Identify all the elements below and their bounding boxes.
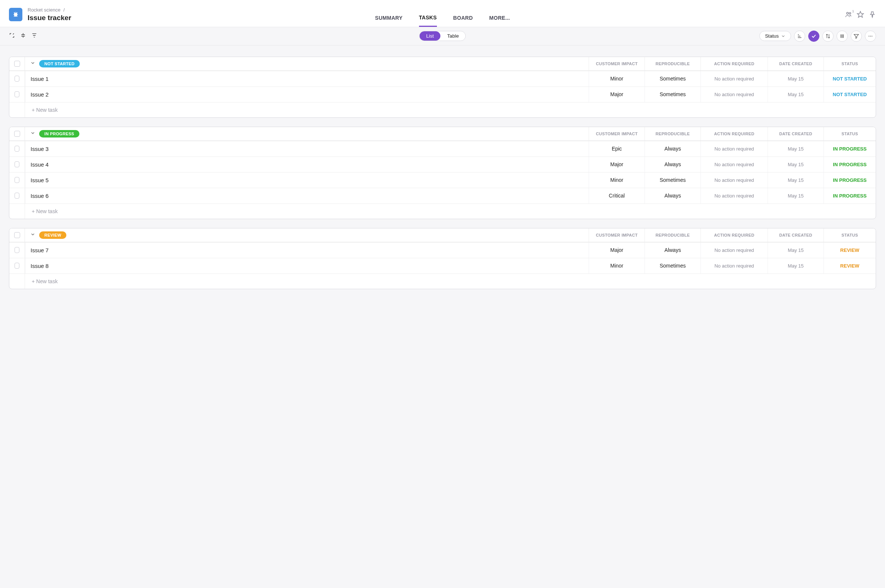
cell-status[interactable]: REVIEW — [823, 243, 876, 258]
row-checkbox[interactable] — [15, 177, 20, 183]
cell-customer-impact[interactable]: Minor — [589, 258, 645, 273]
row-checkbox[interactable] — [15, 76, 20, 82]
view-table[interactable]: Table — [441, 31, 466, 40]
cell-date-created[interactable]: May 15 — [768, 243, 823, 258]
task-row[interactable]: Issue 3EpicAlwaysNo action requiredMay 1… — [9, 141, 876, 156]
cell-reproducible[interactable]: Sometimes — [645, 87, 700, 102]
column-header[interactable]: CUSTOMER IMPACT — [589, 57, 645, 70]
column-header[interactable]: STATUS — [823, 127, 876, 141]
column-header[interactable]: REPRODUCIBLE — [645, 228, 700, 242]
cell-action-required[interactable]: No action required — [700, 172, 768, 188]
status-filter[interactable]: Status — [759, 31, 791, 41]
column-header[interactable]: STATUS — [823, 57, 876, 70]
column-header[interactable]: STATUS — [823, 228, 876, 242]
cell-customer-impact[interactable]: Major — [589, 157, 645, 172]
cell-customer-impact[interactable]: Epic — [589, 141, 645, 156]
group-select-checkbox[interactable] — [14, 131, 20, 137]
cell-status[interactable]: NOT STARTED — [823, 71, 876, 87]
cell-reproducible[interactable]: Always — [645, 243, 700, 258]
cell-reproducible[interactable]: Always — [645, 188, 700, 204]
task-name[interactable]: Issue 2 — [25, 87, 589, 102]
row-checkbox[interactable] — [15, 146, 20, 152]
cell-customer-impact[interactable]: Critical — [589, 188, 645, 204]
task-row[interactable]: Issue 7MajorAlwaysNo action requiredMay … — [9, 242, 876, 258]
column-header[interactable]: DATE CREATED — [768, 57, 823, 70]
task-row[interactable]: Issue 5MinorSometimesNo action requiredM… — [9, 172, 876, 188]
column-header[interactable]: ACTION REQUIRED — [700, 127, 768, 141]
task-name[interactable]: Issue 5 — [25, 172, 589, 188]
column-header[interactable]: CUSTOMER IMPACT — [589, 228, 645, 242]
cell-date-created[interactable]: May 15 — [768, 87, 823, 102]
column-header[interactable]: ACTION REQUIRED — [700, 57, 768, 70]
sort-button[interactable] — [822, 30, 834, 42]
task-row[interactable]: Issue 6CriticalAlwaysNo action requiredM… — [9, 188, 876, 204]
new-task-button[interactable]: + New task — [25, 274, 876, 289]
row-checkbox[interactable] — [15, 193, 20, 199]
checklist-button[interactable] — [808, 30, 819, 42]
group-collapse-toggle[interactable] — [30, 60, 35, 67]
row-checkbox[interactable] — [15, 247, 20, 253]
group-status-pill[interactable]: REVIEW — [39, 231, 66, 239]
column-header[interactable]: CUSTOMER IMPACT — [589, 127, 645, 141]
cell-status[interactable]: NOT STARTED — [823, 87, 876, 102]
cell-action-required[interactable]: No action required — [700, 188, 768, 204]
fullscreen-button[interactable] — [9, 32, 15, 39]
cell-customer-impact[interactable]: Minor — [589, 172, 645, 188]
task-name[interactable]: Issue 1 — [25, 71, 589, 87]
group-collapse-toggle[interactable] — [30, 232, 35, 238]
task-row[interactable]: Issue 4MajorAlwaysNo action requiredMay … — [9, 156, 876, 172]
row-checkbox[interactable] — [15, 91, 20, 97]
subtasks-button[interactable] — [794, 30, 805, 42]
row-checkbox[interactable] — [15, 161, 20, 167]
cell-date-created[interactable]: May 15 — [768, 172, 823, 188]
favorite-button[interactable] — [856, 11, 864, 18]
cell-date-created[interactable]: May 15 — [768, 71, 823, 87]
collapse-groups-button[interactable] — [20, 32, 26, 39]
task-name[interactable]: Issue 7 — [25, 243, 589, 258]
filter-button[interactable] — [851, 30, 862, 42]
tab-more[interactable]: MORE... — [489, 12, 510, 26]
column-header[interactable]: DATE CREATED — [768, 228, 823, 242]
column-header[interactable]: DATE CREATED — [768, 127, 823, 141]
cell-action-required[interactable]: No action required — [700, 157, 768, 172]
task-name[interactable]: Issue 8 — [25, 258, 589, 273]
row-checkbox[interactable] — [15, 263, 20, 268]
group-collapse-toggle[interactable] — [30, 130, 35, 137]
cell-status[interactable]: IN PROGRESS — [823, 157, 876, 172]
cell-reproducible[interactable]: Always — [645, 157, 700, 172]
group-status-pill[interactable]: NOT STARTED — [39, 60, 80, 68]
cell-action-required[interactable]: No action required — [700, 87, 768, 102]
cell-status[interactable]: IN PROGRESS — [823, 172, 876, 188]
cell-status[interactable]: IN PROGRESS — [823, 141, 876, 156]
group-status-pill[interactable]: IN PROGRESS — [39, 130, 80, 138]
cell-reproducible[interactable]: Always — [645, 141, 700, 156]
cell-date-created[interactable]: May 15 — [768, 188, 823, 204]
cell-reproducible[interactable]: Sometimes — [645, 258, 700, 273]
task-row[interactable]: Issue 1MinorSometimesNo action requiredM… — [9, 71, 876, 87]
column-header[interactable]: REPRODUCIBLE — [645, 57, 700, 70]
tab-tasks[interactable]: TASKS — [419, 12, 437, 27]
cell-reproducible[interactable]: Sometimes — [645, 71, 700, 87]
task-name[interactable]: Issue 4 — [25, 157, 589, 172]
cell-action-required[interactable]: No action required — [700, 141, 768, 156]
cell-customer-impact[interactable]: Major — [589, 243, 645, 258]
tab-board[interactable]: BOARD — [453, 12, 473, 26]
cell-customer-impact[interactable]: Minor — [589, 71, 645, 87]
column-header[interactable]: REPRODUCIBLE — [645, 127, 700, 141]
breadcrumb-parent[interactable]: Rocket science — [28, 7, 60, 13]
cell-date-created[interactable]: May 15 — [768, 141, 823, 156]
task-name[interactable]: Issue 3 — [25, 141, 589, 156]
cell-date-created[interactable]: May 15 — [768, 157, 823, 172]
new-task-button[interactable]: + New task — [25, 204, 876, 219]
cell-action-required[interactable]: No action required — [700, 243, 768, 258]
task-row[interactable]: Issue 8MinorSometimesNo action requiredM… — [9, 258, 876, 273]
group-select-checkbox[interactable] — [14, 232, 20, 238]
cell-customer-impact[interactable]: Major — [589, 87, 645, 102]
cell-status[interactable]: IN PROGRESS — [823, 188, 876, 204]
more-options-button[interactable] — [865, 30, 876, 42]
filter-rows-button[interactable] — [31, 32, 37, 39]
task-row[interactable]: Issue 2MajorSometimesNo action requiredM… — [9, 87, 876, 102]
cell-reproducible[interactable]: Sometimes — [645, 172, 700, 188]
tab-summary[interactable]: SUMMARY — [375, 12, 403, 26]
group-select-checkbox[interactable] — [14, 61, 20, 67]
